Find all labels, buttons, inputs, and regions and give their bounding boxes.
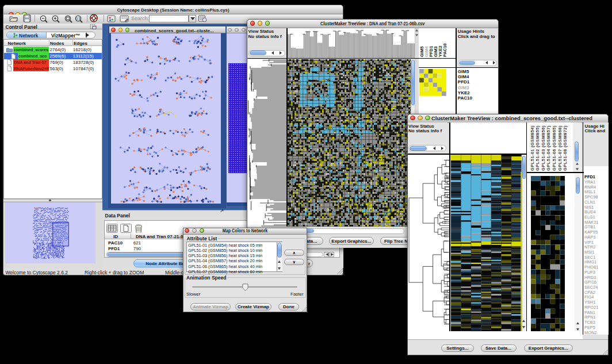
svg-text:1:1: 1:1 (76, 17, 80, 20)
